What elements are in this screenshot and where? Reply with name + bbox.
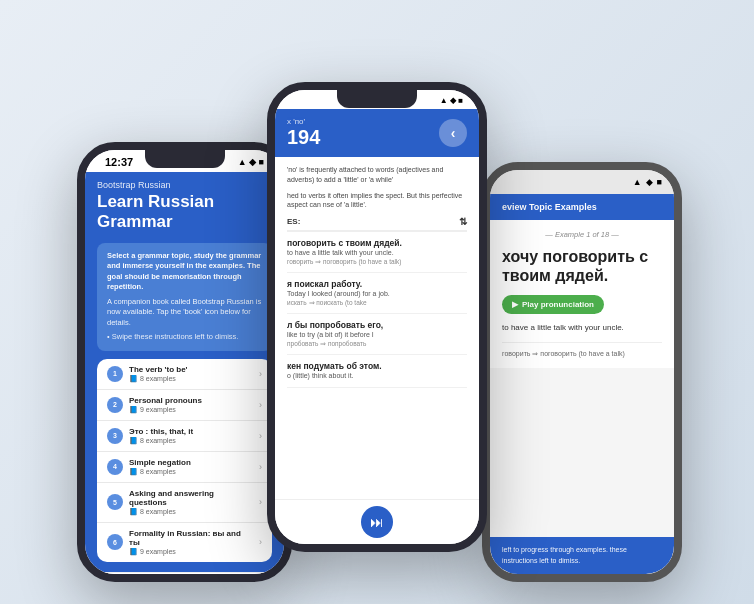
mid-topic-prefix: x 'по' [287, 117, 439, 126]
item-number-4: 4 [107, 459, 123, 475]
item-number-1: 1 [107, 366, 123, 382]
right-note: говорить ⇒ поговорить (to have a talk) [502, 342, 662, 359]
item-examples-6: 📘 9 examples [129, 548, 253, 556]
item-examples-3: 📘 8 examples [129, 437, 253, 445]
right-battery-icon: ■ [657, 177, 662, 187]
book-icon-6: 📘 [129, 548, 138, 556]
grammar-item-3[interactable]: 3 Это : this, that, it 📘 8 examples › [97, 421, 272, 452]
item-content-1: The verb 'to be' 📘 8 examples [129, 365, 253, 383]
intro-main-text: Select a grammar topic, study the gramma… [107, 251, 262, 293]
item-number-5: 5 [107, 494, 123, 510]
mid-desc-1: 'по' is frequently attached to words (ad… [287, 165, 467, 185]
grammar-item-1[interactable]: 1 The verb 'to be' 📘 8 examples › [97, 359, 272, 390]
book-icon-1: 📘 [129, 375, 138, 383]
mid-russian-1: поговорить с твоим дядей. [287, 238, 467, 248]
item-title-4: Simple negation [129, 458, 253, 467]
item-title-3: Это : this, that, it [129, 427, 253, 436]
left-app-header: Bootstrap Russian Learn Russian Grammar [85, 172, 284, 243]
grammar-list: 1 The verb 'to be' 📘 8 examples › 2 Pers… [97, 359, 272, 562]
item-examples-4: 📘 8 examples [129, 468, 253, 476]
mid-status-icons: ▲ ◆ ■ [440, 96, 463, 105]
mid-russian-4: кен подумать об этом. [287, 361, 467, 371]
grammar-item-4[interactable]: 4 Simple negation 📘 8 examples › [97, 452, 272, 483]
right-body: — Example 1 of 18 — хочу поговорить с тв… [490, 220, 674, 368]
notch-middle [337, 90, 417, 108]
mid-example-4: кен подумать об этом. o (little) think a… [287, 361, 467, 388]
mid-example-3: л бы попробовать его, like to try (a bit… [287, 320, 467, 355]
mid-note-1: говорить ⇒ поговорить (to have a talk) [287, 258, 467, 266]
chevron-icon-5: › [259, 497, 262, 507]
item-content-5: Asking and answering questions 📘 8 examp… [129, 489, 253, 516]
item-content-6: Formality in Russian: вы and ты 📘 9 exam… [129, 529, 253, 556]
phone-right: ▲ ◆ ■ eview Topic Examples — Example 1 o… [482, 162, 682, 582]
intro-secondary-text: A companion book called Bootstrap Russia… [107, 297, 262, 329]
mid-note-3: пробовать ⇒ попробовать [287, 340, 467, 348]
book-icon-2: 📘 [129, 406, 138, 414]
item-title-5: Asking and answering questions [129, 489, 253, 507]
item-title-1: The verb 'to be' [129, 365, 253, 374]
phone-left: 12:37 ▲ ◆ ■ Bootstrap Russian Learn Russ… [77, 142, 292, 582]
phone-middle: ▲ ◆ ■ x 'по' 194 ‹ 'по' is frequently at… [267, 82, 487, 552]
mid-header: x 'по' 194 ‹ [275, 109, 479, 157]
item-examples-5: 📘 8 examples [129, 508, 253, 516]
left-body: Select a grammar topic, study the gramma… [85, 243, 284, 572]
chevron-icon-6: › [259, 537, 262, 547]
book-icon-3: 📘 [129, 437, 138, 445]
book-icon-5: 📘 [129, 508, 138, 516]
grammar-item-2[interactable]: 2 Personal pronouns 📘 9 examples › [97, 390, 272, 421]
right-signal-icon: ◆ [646, 177, 653, 187]
item-title-6: Formality in Russian: вы and ты [129, 529, 253, 547]
item-number-3: 3 [107, 428, 123, 444]
settings-icon[interactable]: ⚙ [118, 581, 132, 582]
item-content-3: Это : this, that, it 📘 8 examples [129, 427, 253, 445]
mid-english-3: like to try (a bit of) it before I [287, 331, 467, 338]
chevron-icon-2: › [259, 400, 262, 410]
item-examples-1: 📘 8 examples [129, 375, 253, 383]
item-title-2: Personal pronouns [129, 396, 253, 405]
app-subtitle: Bootstrap Russian [97, 180, 272, 190]
back-button[interactable]: ‹ [439, 119, 467, 147]
mid-note-2: искать ⇒ поискать (to take [287, 299, 467, 307]
grammar-item-5[interactable]: 5 Asking and answering questions 📘 8 exa… [97, 483, 272, 523]
next-button[interactable]: ⏭ [361, 506, 393, 538]
intro-box: Select a grammar topic, study the gramma… [97, 243, 272, 351]
item-number-6: 6 [107, 534, 123, 550]
right-russian-text: хочу поговорить с твоим дядей. [502, 247, 662, 285]
item-number-2: 2 [107, 397, 123, 413]
play-icon: ▶ [512, 300, 518, 309]
book-icon[interactable]: 📖 [192, 581, 212, 582]
item-content-2: Personal pronouns 📘 9 examples [129, 396, 253, 414]
right-wifi-icon: ▲ [633, 177, 642, 187]
app-title: Learn Russian Grammar [97, 192, 272, 233]
time-left: 12:37 [105, 156, 133, 168]
mid-english-2: Today I looked (around) for a job. [287, 290, 467, 297]
item-content-4: Simple negation 📘 8 examples [129, 458, 253, 476]
right-english-text: to have a little talk with your uncle. [502, 322, 662, 333]
mid-example-2: я поискал работу. Today I looked (around… [287, 279, 467, 314]
mid-body: 'по' is frequently attached to words (ad… [275, 157, 479, 511]
mid-header-content: x 'по' 194 [287, 117, 439, 149]
mid-russian-2: я поискал работу. [287, 279, 467, 289]
qr-icon[interactable]: ⊞ [238, 581, 251, 582]
mid-english-4: o (little) think about it. [287, 372, 467, 379]
mid-english-1: to have a little talk with your uncle. [287, 249, 467, 256]
notch-left [145, 150, 225, 168]
mid-section-label: ES: ⇅ [287, 216, 467, 232]
phones-container: 12:37 ▲ ◆ ■ Bootstrap Russian Learn Russ… [27, 22, 727, 582]
sort-icon[interactable]: ⇅ [459, 216, 467, 227]
mid-nav-bottom: ⏭ [275, 499, 479, 544]
right-notch-area: ▲ ◆ ■ [490, 170, 674, 194]
right-footer-text: left to progress through examples. these… [502, 545, 662, 566]
mid-topic-number: 194 [287, 126, 439, 149]
chevron-icon-4: › [259, 462, 262, 472]
right-header-title: eview Topic Examples [502, 202, 662, 212]
mid-russian-3: л бы попробовать его, [287, 320, 467, 330]
book-icon-4: 📘 [129, 468, 138, 476]
item-examples-2: 📘 9 examples [129, 406, 253, 414]
chevron-icon-1: › [259, 369, 262, 379]
grammar-item-6[interactable]: 6 Formality in Russian: вы and ты 📘 9 ex… [97, 523, 272, 562]
help-icon[interactable]: ? [158, 581, 167, 582]
play-pronunciation-button[interactable]: ▶ Play pronunciation [502, 295, 604, 314]
right-header: eview Topic Examples [490, 194, 674, 220]
left-footer: ⚙ ? 📖 ⊞ [85, 572, 284, 582]
